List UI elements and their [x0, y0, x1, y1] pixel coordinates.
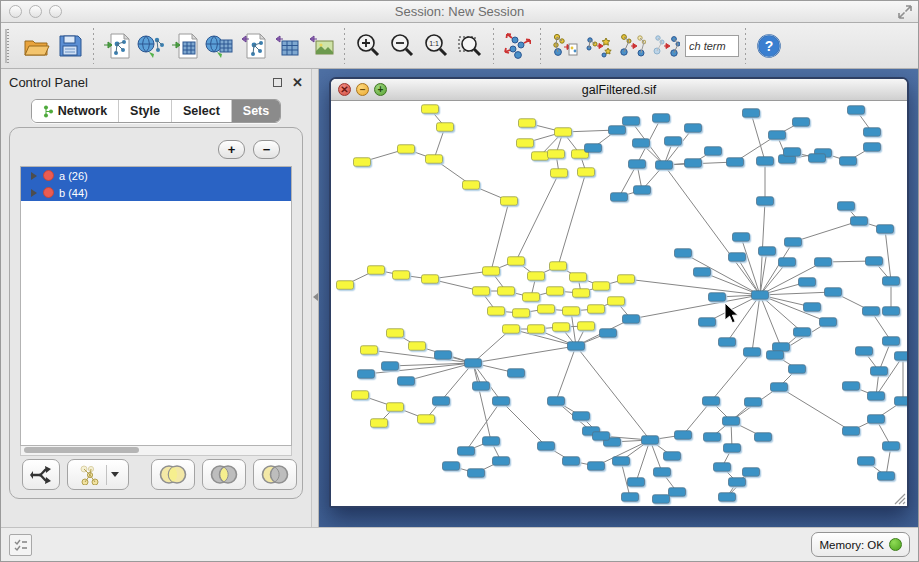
graph-node[interactable]: [553, 323, 570, 332]
export-image-button[interactable]: [304, 28, 338, 64]
graph-node[interactable]: [623, 117, 640, 126]
graph-node[interactable]: [622, 493, 639, 502]
graph-node[interactable]: [719, 338, 736, 347]
graph-node[interactable]: [745, 398, 762, 407]
horizontal-scrollbar[interactable]: [20, 446, 292, 456]
memory-status-button[interactable]: Memory: OK: [811, 532, 910, 557]
graph-node[interactable]: [588, 305, 605, 314]
union-networks-button[interactable]: [615, 28, 649, 64]
graph-node[interactable]: [703, 397, 720, 406]
graph-node[interactable]: [789, 365, 806, 374]
graph-node[interactable]: [719, 493, 736, 502]
export-table-button[interactable]: [270, 28, 304, 64]
graph-node[interactable]: [613, 457, 630, 466]
tab-style[interactable]: Style: [119, 100, 172, 122]
graph-node[interactable]: [409, 342, 426, 351]
graph-node[interactable]: [422, 105, 439, 114]
toolbar-grabber[interactable]: [5, 29, 11, 63]
help-button[interactable]: ?: [752, 28, 786, 64]
graph-node[interactable]: [422, 275, 439, 284]
graph-node[interactable]: [435, 351, 452, 360]
graph-node[interactable]: [570, 273, 587, 282]
graph-node[interactable]: [547, 287, 564, 296]
graph-node[interactable]: [784, 148, 801, 157]
graph-node[interactable]: [883, 337, 900, 346]
tab-select[interactable]: Select: [172, 100, 232, 122]
import-table-file-button[interactable]: [168, 28, 202, 64]
graph-node[interactable]: [513, 309, 530, 318]
remove-set-button[interactable]: −: [253, 140, 280, 159]
graph-node[interactable]: [877, 225, 894, 234]
graph-node[interactable]: [563, 457, 580, 466]
apply-layout-button[interactable]: [500, 28, 534, 64]
graph-node[interactable]: [654, 468, 671, 477]
graph-node[interactable]: [493, 397, 510, 406]
graph-node[interactable]: [573, 289, 590, 298]
expander-icon[interactable]: [31, 189, 37, 197]
chevron-down-icon[interactable]: [111, 472, 119, 477]
graph-node[interactable]: [743, 109, 760, 118]
graph-node[interactable]: [387, 329, 404, 338]
graph-node[interactable]: [393, 271, 410, 280]
difference-sets-button[interactable]: [253, 459, 297, 490]
close-panel-icon[interactable]: ✕: [292, 76, 303, 89]
import-table-web-button[interactable]: [202, 28, 236, 64]
import-network-file-button[interactable]: [100, 28, 134, 64]
graph-node[interactable]: [767, 351, 784, 360]
select-nodes-button[interactable]: [581, 28, 615, 64]
graph-node[interactable]: [863, 307, 880, 316]
split-set-button[interactable]: [22, 459, 60, 490]
graph-node[interactable]: [669, 488, 686, 497]
graph-node[interactable]: [804, 303, 821, 312]
graph-node[interactable]: [665, 137, 682, 146]
graph-node[interactable]: [550, 262, 567, 271]
graph-node[interactable]: [358, 370, 375, 379]
network-frame-titlebar[interactable]: ✕ – + galFiltered.sif: [331, 79, 907, 101]
graph-node[interactable]: [523, 293, 540, 302]
panel-splitter[interactable]: [311, 69, 319, 529]
graph-node[interactable]: [551, 169, 568, 178]
graph-node[interactable]: [623, 315, 640, 324]
graph-node[interactable]: [468, 469, 485, 478]
graph-node[interactable]: [463, 181, 480, 190]
graph-node[interactable]: [368, 266, 385, 275]
graph-node[interactable]: [664, 452, 681, 461]
graph-node[interactable]: [727, 158, 744, 167]
resize-grip[interactable]: [892, 491, 906, 505]
union-sets-button[interactable]: [151, 459, 195, 490]
graph-node[interactable]: [600, 329, 617, 338]
network-frame[interactable]: ✕ – + galFiltered.sif: [329, 77, 909, 508]
graph-node[interactable]: [809, 154, 826, 163]
graph-node[interactable]: [868, 392, 885, 401]
graph-node[interactable]: [785, 238, 802, 247]
graph-node[interactable]: [508, 257, 525, 266]
frame-minimize-icon[interactable]: –: [356, 83, 369, 96]
task-history-button[interactable]: [9, 534, 32, 556]
graph-node[interactable]: [685, 124, 702, 133]
graph-node[interactable]: [724, 444, 741, 453]
graph-node[interactable]: [856, 347, 873, 356]
list-item-set-a[interactable]: a (26): [21, 167, 291, 184]
fullscreen-icon[interactable]: [898, 5, 912, 19]
graph-node[interactable]: [723, 417, 740, 426]
graph-node[interactable]: [743, 468, 760, 477]
graph-node[interactable]: [628, 478, 645, 487]
graph-node[interactable]: [752, 291, 769, 300]
save-session-button[interactable]: [53, 28, 87, 64]
subnetwork-from-selection-button[interactable]: [547, 28, 581, 64]
graph-node[interactable]: [714, 463, 731, 472]
zoom-fit-selected-button[interactable]: [453, 28, 487, 64]
graph-node[interactable]: [769, 131, 786, 140]
graph-node[interactable]: [744, 348, 761, 357]
graph-node[interactable]: [608, 297, 625, 306]
graph-node[interactable]: [685, 159, 702, 168]
zoom-in-button[interactable]: [351, 28, 385, 64]
graph-node[interactable]: [538, 305, 555, 314]
graph-node[interactable]: [483, 437, 500, 446]
graph-node[interactable]: [820, 318, 837, 327]
add-set-button[interactable]: +: [218, 140, 245, 159]
graph-node[interactable]: [653, 495, 670, 504]
graph-node[interactable]: [618, 275, 635, 284]
graph-node[interactable]: [418, 415, 435, 424]
graph-node[interactable]: [588, 462, 605, 471]
